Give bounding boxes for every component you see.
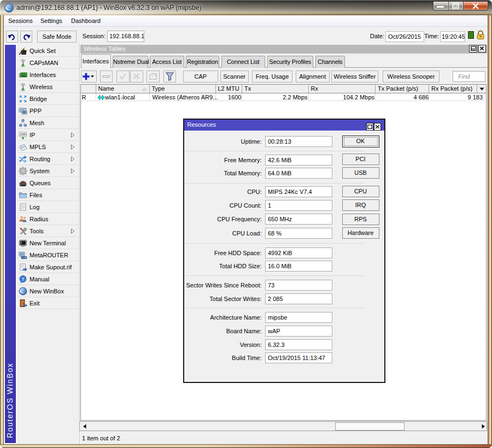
svg-text:255: 255 <box>20 132 26 136</box>
svg-text:?: ? <box>22 276 25 282</box>
